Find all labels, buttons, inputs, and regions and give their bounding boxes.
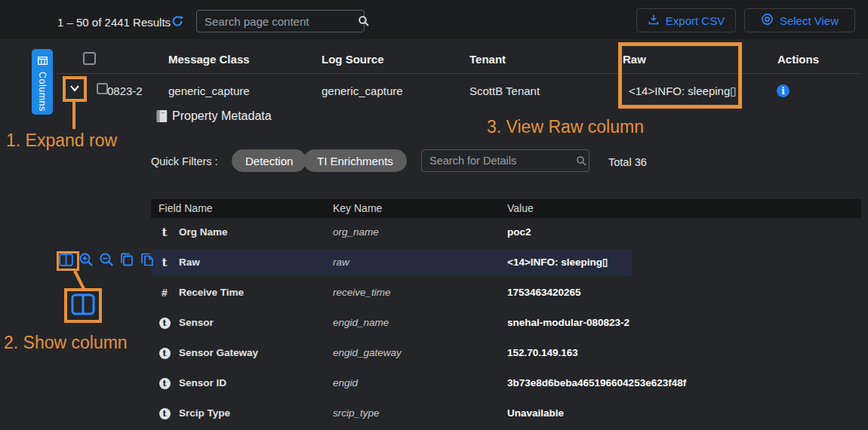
key-name: srcip_type [333,398,380,428]
row-log-source: generic_capture [322,84,403,97]
annotation-step3: 3. View Raw column [487,117,644,137]
field-name: Org Name [179,217,228,247]
metadata-row[interactable]: t Sensor engid_name snehal-modular-08082… [151,308,861,338]
eye-icon [761,13,774,28]
copy-icon[interactable] [119,251,135,268]
top-bar: 1 – 50 of 2441 Results Export CSV Select… [0,0,868,39]
export-csv-label: Export CSV [666,14,725,27]
key-name: engid_gateway [333,338,402,368]
field-value: 1753463420265 [507,278,581,308]
metadata-header-value: Value [507,202,534,214]
text-circle-type-icon: t [158,338,171,368]
metadata-row[interactable]: t Sensor ID engid 3b73e8d6beba4651966042… [151,368,861,398]
export-csv-button[interactable]: Export CSV [636,8,736,32]
key-name: engid_name [333,308,389,338]
column-header-log-source[interactable]: Log Source [322,53,384,66]
field-name: Sensor [179,308,214,338]
annotation-step2: 2. Show column [4,333,128,353]
text-circle-type-icon: t [158,308,171,338]
row-action-icons [57,251,155,268]
detail-panel-title: Property Metadata [172,109,272,123]
field-name: Receive Time [179,278,244,308]
text-circle-type-icon: t [158,368,171,398]
field-value: 3b73e8d6beba465196604253e623f48f [507,368,686,398]
row-checkbox[interactable] [97,83,108,94]
row-message-class: generic_capture [168,84,250,97]
metadata-header-field-name: Field Name [159,202,213,214]
metadata-table-header: Field Name Key Name Value [151,199,861,218]
table-columns-icon [38,54,48,68]
annotation-box-column-icon-zoom [64,288,102,323]
metadata-row[interactable]: t Raw raw <14>INFO: sleeping▯ [151,247,861,278]
key-name: org_name [333,217,379,247]
results-count: 1 – 50 of 2441 Results [57,16,171,29]
details-search-input[interactable] [422,155,574,167]
column-header-actions: Actions [777,53,819,66]
page-search-input[interactable] [197,15,358,28]
show-column-icon-large [71,293,95,318]
field-value: <14>INFO: sleeping▯ [507,247,608,278]
details-search [421,149,589,172]
info-icon[interactable]: i [777,84,790,97]
page-search [196,10,365,32]
key-name: receive_time [333,278,391,308]
row-tenant: ScottB Tenant [469,84,540,97]
duplicate-pages-icon[interactable] [139,251,155,268]
filter-detection-button[interactable]: Detection [232,149,306,172]
select-all-checkbox[interactable] [83,52,96,65]
column-header-message-class[interactable]: Message Class [168,53,250,66]
field-value: snehal-modular-080823-2 [507,308,629,338]
filter-ti-enrichments-button[interactable]: TI Enrichments [303,149,407,172]
text-type-icon: t [158,217,171,247]
book-icon [155,109,168,126]
metadata-row[interactable]: t Sensor Gateway engid_gateway 152.70.14… [151,338,861,368]
key-name: raw [333,247,349,278]
field-value: poc2 [507,217,531,247]
zoom-out-icon[interactable] [98,251,115,268]
annotation-step1: 1. Expand row [6,131,117,151]
metadata-row[interactable]: t Org Name org_name poc2 [151,217,861,247]
header-divider [57,73,860,74]
select-view-button[interactable]: Select View [744,8,855,32]
refresh-icon[interactable] [171,14,184,28]
field-name: Srcip Type [179,398,230,428]
number-type-icon: # [158,278,171,308]
column-header-raw[interactable]: Raw [623,53,646,66]
columns-panel-button[interactable]: Columns [32,49,53,115]
text-circle-type-icon: t [158,398,171,428]
column-header-tenant[interactable]: Tenant [469,53,506,66]
row-id: 0823-2 [107,84,143,97]
text-type-icon: t [158,247,171,278]
zoom-in-icon[interactable] [78,251,94,268]
field-name: Sensor ID [179,368,226,398]
row-raw-value: <14>INFO: sleeping▯ [629,84,737,98]
key-name: engid [333,368,358,398]
metadata-header-key-name: Key Name [333,202,382,214]
total-count: Total 36 [608,156,647,168]
search-icon[interactable] [358,15,370,27]
metadata-row[interactable]: t Srcip Type srcip_type Unavailable [151,398,861,428]
details-search-icon[interactable] [574,155,589,167]
columns-panel-label: Columns [37,72,48,112]
field-value: 152.70.149.163 [507,338,578,368]
field-name: Sensor Gateway [179,338,258,368]
select-view-label: Select View [780,14,839,27]
expand-row-chevron[interactable] [67,82,82,94]
field-name: Raw [179,247,200,278]
show-column-icon[interactable] [57,251,74,268]
log-results-page: 1 – 50 of 2441 Results Export CSV Select… [0,0,868,430]
download-icon [648,14,660,28]
metadata-row[interactable]: # Receive Time receive_time 175346342026… [151,278,861,308]
field-value: Unavailable [507,398,564,428]
quick-filters-label: Quick Filters : [151,155,218,167]
